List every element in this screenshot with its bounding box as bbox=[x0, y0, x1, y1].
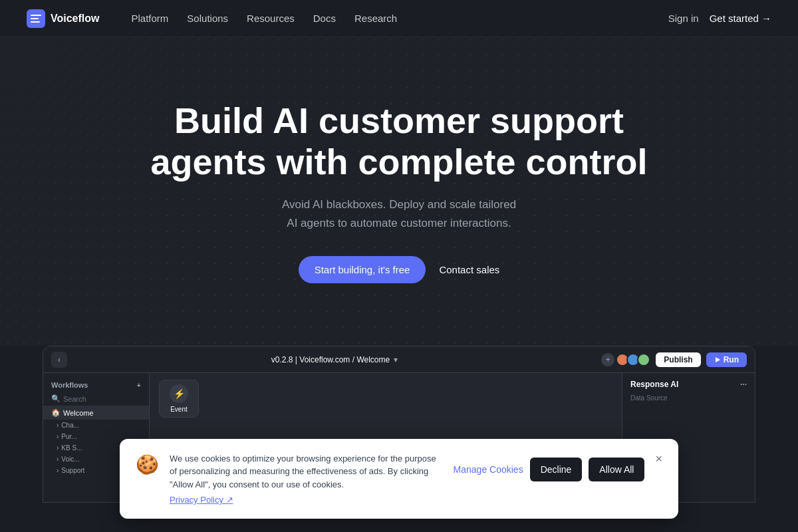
app-topbar: ‹ v0.2.8 | Voiceflow.com / Welcome ▾ + P… bbox=[43, 346, 755, 373]
hero-section: Build AI customer support agents with co… bbox=[0, 0, 798, 346]
sidebar-active-item[interactable]: 🏠 Welcome bbox=[43, 406, 149, 420]
add-workflow-button[interactable]: + bbox=[137, 381, 141, 389]
add-collaborator-button[interactable]: + bbox=[601, 353, 614, 366]
app-breadcrumb: v0.2.8 | Voiceflow.com / Welcome ▾ bbox=[72, 355, 596, 364]
svg-marker-1 bbox=[716, 357, 720, 362]
home-icon: 🏠 bbox=[51, 408, 61, 417]
hero-content: Build AI customer support agents with co… bbox=[133, 100, 665, 283]
avatar-group: + bbox=[601, 353, 650, 366]
cta-primary-button[interactable]: Start building, it's free bbox=[299, 256, 426, 283]
nav-research[interactable]: Research bbox=[354, 13, 397, 24]
cookie-text: We use cookies to optimize your browsing… bbox=[170, 452, 443, 506]
hero-buttons: Start building, it's free Contact sales bbox=[133, 256, 665, 283]
decline-button[interactable]: Decline bbox=[530, 458, 583, 481]
navbar: Voiceflow Platform Solutions Resources D… bbox=[0, 0, 798, 37]
panel-title: Response AI ··· bbox=[630, 380, 747, 389]
cookie-actions: Manage Cookies Decline Allow All bbox=[454, 458, 645, 481]
manage-cookies-button[interactable]: Manage Cookies bbox=[454, 464, 523, 475]
panel-data-source-label: Data Source bbox=[630, 394, 747, 402]
sidebar-header: Workflows + bbox=[43, 378, 149, 392]
search-icon: 🔍 bbox=[51, 394, 61, 403]
publish-button[interactable]: Publish bbox=[656, 352, 700, 367]
cookie-banner: 🍪 We use cookies to optimize your browsi… bbox=[120, 439, 678, 519]
nav-solutions[interactable]: Solutions bbox=[187, 13, 228, 24]
panel-options-icon[interactable]: ··· bbox=[740, 380, 747, 389]
navbar-actions: Sign in Get started → bbox=[668, 13, 771, 24]
navbar-links: Platform Solutions Resources Docs Resear… bbox=[132, 13, 647, 24]
logo[interactable]: Voiceflow bbox=[27, 9, 100, 28]
sidebar-sub-item-1[interactable]: ›Cha... bbox=[43, 420, 149, 431]
cookie-message: We use cookies to optimize your browsing… bbox=[170, 452, 443, 491]
cookie-icon: 🍪 bbox=[136, 454, 159, 475]
hero-subtitle: Avoid AI blackboxes. Deploy and scale ta… bbox=[133, 196, 665, 231]
app-topbar-right: + Publish Run bbox=[601, 352, 747, 367]
cta-secondary-button[interactable]: Contact sales bbox=[439, 264, 499, 275]
close-cookie-button[interactable]: × bbox=[655, 452, 662, 466]
hero-title: Build AI customer support agents with co… bbox=[133, 100, 665, 182]
run-button[interactable]: Run bbox=[706, 352, 747, 367]
get-started-button[interactable]: Get started → bbox=[710, 13, 771, 24]
privacy-policy-link[interactable]: Privacy Policy ↗ bbox=[170, 495, 233, 505]
canvas-event-node[interactable]: ⚡ Event bbox=[159, 380, 199, 418]
avatar-3 bbox=[637, 353, 650, 366]
nav-docs[interactable]: Docs bbox=[313, 13, 336, 24]
logo-text: Voiceflow bbox=[51, 13, 100, 25]
nav-platform[interactable]: Platform bbox=[132, 13, 169, 24]
sidebar-search[interactable]: 🔍 Search bbox=[43, 392, 149, 406]
run-icon bbox=[714, 356, 721, 363]
allow-all-button[interactable]: Allow All bbox=[589, 458, 644, 481]
app-back-button[interactable]: ‹ bbox=[51, 352, 67, 368]
signin-button[interactable]: Sign in bbox=[668, 13, 699, 24]
event-node-icon: ⚡ bbox=[170, 384, 188, 403]
voiceflow-logo-icon bbox=[27, 9, 45, 28]
nav-resources[interactable]: Resources bbox=[247, 13, 295, 24]
